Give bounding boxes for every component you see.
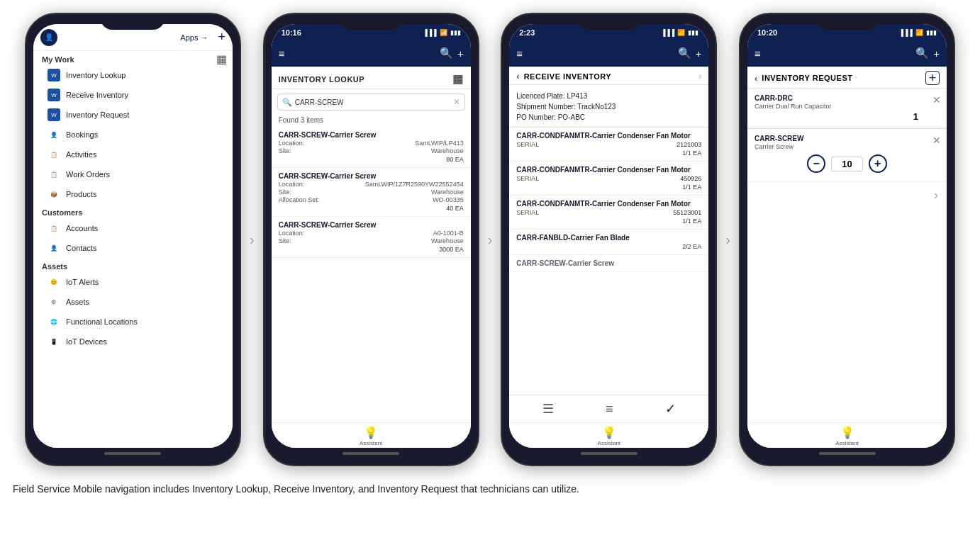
request-item-code-2: CARR-SCREW bbox=[755, 135, 940, 142]
menu-icon-w1: W bbox=[48, 69, 60, 81]
request-close-2[interactable]: ✕ bbox=[932, 135, 941, 146]
request-item-1[interactable]: ✕ CARR-DRC Carrier Dual Run Capacitor 1 bbox=[747, 89, 947, 128]
serial-val-2: 450926 bbox=[680, 175, 701, 182]
assistant-bar-4: 💡 Assistant bbox=[747, 422, 947, 448]
add-icon-2[interactable]: + bbox=[457, 47, 464, 60]
hamburger-icon-2[interactable]: ≡ bbox=[279, 47, 285, 60]
phones-row: 👤 Home Apps → + ▦ My Work W Inventory Lo… bbox=[0, 0, 980, 473]
assistant-bar-2: 💡 Assistant bbox=[272, 422, 471, 448]
arrow-1-2: › bbox=[250, 232, 255, 248]
assistant-bar-3: 💡 Assistant bbox=[509, 422, 708, 448]
home-bar-4 bbox=[819, 452, 876, 455]
stepper-value[interactable]: 10 bbox=[831, 157, 862, 171]
receive-item-name-5: CARR-SCREW-Carrier Screw bbox=[516, 259, 701, 267]
menu-item-inventory-lookup[interactable]: W Inventory Lookup bbox=[33, 65, 233, 85]
request-header: ‹ INVENTORY REQUEST + bbox=[747, 67, 947, 89]
receive-header: ‹ RECEIVE INVENTORY › bbox=[509, 67, 708, 85]
search-bar-2[interactable]: 🔍 ✕ bbox=[277, 94, 465, 111]
time-2: 10:16 bbox=[282, 28, 301, 37]
back-icon-4[interactable]: ‹ bbox=[755, 73, 757, 84]
receive-next-icon[interactable]: › bbox=[698, 71, 701, 81]
menu-item-receive-inventory[interactable]: W Receive Inventory bbox=[33, 85, 233, 105]
receive-row-2: SERIAL 450926 bbox=[516, 175, 701, 182]
search-input-2[interactable] bbox=[295, 98, 450, 106]
inventory-item-3[interactable]: CARR-SCREW-Carrier Screw Location: A0-10… bbox=[272, 217, 471, 258]
nav-arrow-right[interactable]: › bbox=[747, 182, 947, 208]
receive-footer: ☰ ≡ ✓ bbox=[509, 395, 708, 422]
phone-4: 10:20 ▐▐▐ 📶 ▮▮▮ ≡ 🔍 + ‹ INVENTORY REQUES… bbox=[739, 13, 955, 466]
lookup-screen: INVENTORY LOOKUP ▦ 🔍 ✕ Found 3 items CAR… bbox=[272, 67, 471, 422]
menu-icon-bookings: 👤 bbox=[48, 128, 60, 141]
menu-icon-functional-locations: 🌐 bbox=[48, 315, 60, 328]
barcode-icon-top[interactable]: ▦ bbox=[216, 52, 227, 66]
receive-item-2[interactable]: CARR-CONDFANMTR-Carrier Condenser Fan Mo… bbox=[509, 162, 708, 196]
item-detail-2: Location: SamLWIP/1Z7R2590YW22552454 bbox=[279, 181, 464, 188]
section-label-mywork: My Work bbox=[33, 51, 233, 65]
menu-item-bookings[interactable]: 👤 Bookings bbox=[33, 125, 233, 145]
serial-val-3: 55123001 bbox=[673, 209, 701, 216]
phone-notch-3 bbox=[577, 14, 641, 30]
status-icons-2: ▐▐▐ 📶 ▮▮▮ bbox=[423, 29, 461, 36]
decrement-button[interactable]: − bbox=[807, 154, 825, 173]
nav-bar-4: ≡ 🔍 + bbox=[747, 40, 947, 67]
clear-icon-2[interactable]: ✕ bbox=[453, 97, 460, 107]
assistant-label-4: Assistant bbox=[835, 440, 858, 446]
add-icon-3[interactable]: + bbox=[696, 47, 702, 60]
location-val-1: SamLWIP/LP413 bbox=[415, 140, 463, 147]
menu-item-iot-alerts[interactable]: 😊 IoT Alerts bbox=[33, 272, 233, 292]
search-icon-3[interactable]: 🔍 bbox=[678, 47, 691, 60]
found-count: Found 3 items bbox=[272, 115, 471, 127]
menu-item-products[interactable]: 📦 Products bbox=[33, 184, 233, 204]
menu-item-inventory-request[interactable]: W Inventory Request bbox=[33, 105, 233, 125]
receive-item-4[interactable]: CARR-FANBLD-Carrier Fan Blade 2/2 EA bbox=[509, 230, 708, 255]
add-icon-4[interactable]: + bbox=[933, 47, 940, 60]
home-bar-3 bbox=[581, 452, 637, 455]
inventory-item-2[interactable]: CARR-SCREW-Carrier Screw Location: SamLW… bbox=[272, 168, 471, 217]
request-close-1[interactable]: ✕ bbox=[932, 94, 941, 106]
barcode-icon-2[interactable]: ▦ bbox=[452, 72, 464, 86]
menu-item-functional-locations[interactable]: 🌐 Functional Locations bbox=[33, 312, 233, 332]
add-icon[interactable]: + bbox=[218, 30, 225, 45]
inventory-item-1[interactable]: CARR-SCREW-Carrier Screw Location: SamLW… bbox=[272, 127, 471, 168]
phone-screen-1: 👤 Home Apps → + ▦ My Work W Inventory Lo… bbox=[33, 24, 233, 448]
increment-button[interactable]: + bbox=[869, 154, 887, 173]
request-item-desc-2: Carrier Screw bbox=[755, 143, 940, 150]
receive-screen: ‹ RECEIVE INVENTORY › Licenced Plate: LP… bbox=[509, 67, 708, 395]
receive-row-3: SERIAL 55123001 bbox=[516, 209, 701, 216]
receive-qty-3: 1/1 EA bbox=[516, 218, 701, 225]
menu-label-receive-inventory: Receive Inventory bbox=[66, 91, 128, 99]
confirm-icon[interactable]: ✓ bbox=[665, 401, 676, 417]
search-icon-2[interactable]: 🔍 bbox=[440, 47, 453, 60]
item-name-2: CARR-SCREW-Carrier Screw bbox=[279, 172, 464, 180]
receive-row-1: SERIAL 2121003 bbox=[516, 141, 701, 148]
section-customers: Customers 📋 Accounts 👤 Contacts bbox=[33, 204, 233, 258]
list-all-icon[interactable]: ☰ bbox=[542, 401, 554, 417]
hamburger-icon-3[interactable]: ≡ bbox=[516, 47, 523, 60]
back-icon-3[interactable]: ‹ bbox=[516, 71, 519, 81]
item-name-3: CARR-SCREW-Carrier Screw bbox=[279, 221, 464, 229]
menu-item-assets[interactable]: ⚙ Assets bbox=[33, 292, 233, 312]
menu-icon-w2: W bbox=[48, 89, 60, 101]
list-checked-icon[interactable]: ≡ bbox=[606, 402, 613, 417]
nav-bar-2: ≡ 🔍 + bbox=[272, 40, 471, 67]
receive-item-name-1: CARR-CONDFANMTR-Carrier Condenser Fan Mo… bbox=[516, 132, 701, 140]
receive-item-3[interactable]: CARR-CONDFANMTR-Carrier Condenser Fan Mo… bbox=[509, 196, 708, 230]
apps-link[interactable]: Apps → bbox=[180, 33, 208, 42]
item-detail-3: Location: A0-1001-B bbox=[279, 230, 464, 237]
request-item-2[interactable]: ✕ CARR-SCREW Carrier Screw − 10 + bbox=[747, 129, 947, 182]
menu-label-inventory-request: Inventory Request bbox=[66, 111, 129, 119]
add-request-icon[interactable]: + bbox=[925, 71, 940, 85]
menu-icon-iot-alerts: 😊 bbox=[48, 276, 60, 288]
alloc-label-2: Allocation Set: bbox=[279, 196, 320, 203]
receive-item-5[interactable]: CARR-SCREW-Carrier Screw bbox=[509, 255, 708, 272]
receive-item-1[interactable]: CARR-CONDFANMTR-Carrier Condenser Fan Mo… bbox=[509, 128, 708, 162]
menu-item-activities[interactable]: 📋 Activities bbox=[33, 145, 233, 164]
hamburger-icon-4[interactable]: ≡ bbox=[755, 47, 761, 60]
item-site-2: Site: Warehouse bbox=[279, 188, 464, 196]
menu-item-accounts[interactable]: 📋 Accounts bbox=[33, 218, 233, 238]
menu-item-workorders[interactable]: 📋 Work Orders bbox=[33, 164, 233, 184]
menu-item-iot-devices[interactable]: 📱 IoT Devices bbox=[33, 332, 233, 351]
wifi-icon-2: 📶 bbox=[440, 29, 447, 36]
menu-item-contacts[interactable]: 👤 Contacts bbox=[33, 238, 233, 258]
search-icon-4[interactable]: 🔍 bbox=[915, 47, 929, 60]
